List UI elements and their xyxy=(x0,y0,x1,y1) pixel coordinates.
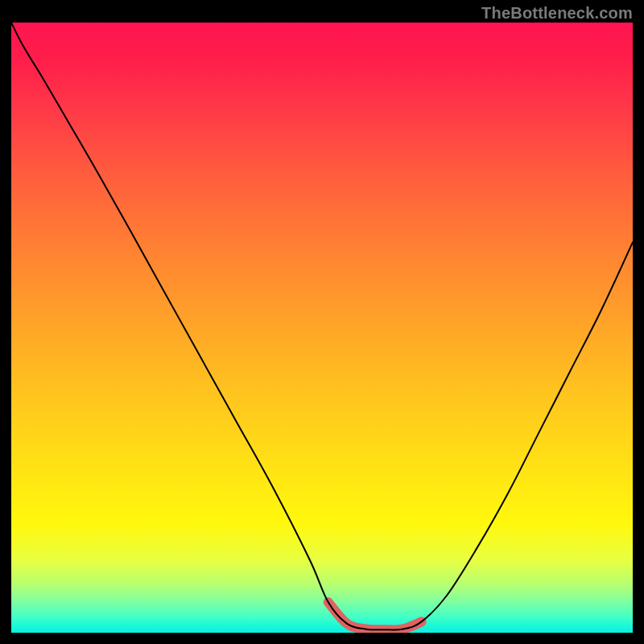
optimal-range-highlight xyxy=(328,602,422,630)
bottleneck-curve xyxy=(11,23,633,630)
chart-frame: TheBottleneck.com xyxy=(0,0,644,644)
plot-area xyxy=(11,23,633,633)
watermark-text: TheBottleneck.com xyxy=(481,4,633,23)
curve-svg xyxy=(11,23,633,633)
